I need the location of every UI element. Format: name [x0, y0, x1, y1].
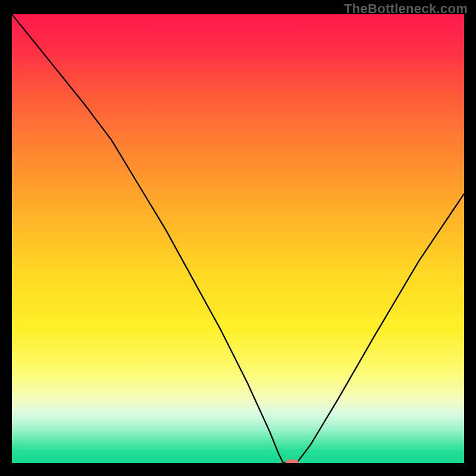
bottleneck-curve	[12, 14, 464, 463]
plot-area	[12, 14, 464, 463]
chart-frame: TheBottleneck.com	[0, 0, 476, 476]
watermark-text: TheBottleneck.com	[344, 1, 468, 17]
minimum-marker	[286, 460, 299, 464]
